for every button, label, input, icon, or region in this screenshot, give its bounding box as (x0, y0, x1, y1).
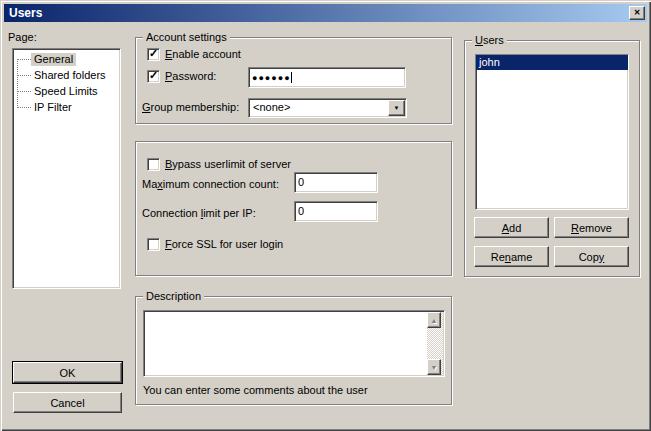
arrow-up-icon: ▲ (431, 317, 438, 324)
users-dialog: Users ✕ Page: General Shared folders Spe… (0, 0, 651, 431)
checkbox-box: ✓ (147, 70, 160, 83)
scroll-up-button[interactable]: ▲ (427, 312, 441, 328)
users-group: Users john Add Remove Rename Copy (464, 40, 640, 277)
password-checkbox[interactable]: ✓ Password: (147, 69, 216, 83)
per-ip-limit-label: Connection limit per IP: (142, 207, 256, 220)
user-list-item[interactable]: john (476, 55, 628, 70)
combo-dropdown-button[interactable]: ▼ (388, 100, 405, 116)
connection-limits-group: Bypass userlimit of server Maximum conne… (135, 141, 452, 276)
bypass-userlimit-checkbox[interactable]: Bypass userlimit of server (147, 157, 291, 171)
copy-user-button[interactable]: Copy (554, 246, 629, 267)
description-title: Description (143, 290, 204, 302)
check-icon: ✓ (149, 49, 158, 58)
max-connection-value: 0 (298, 176, 304, 188)
description-scrollbar[interactable]: ▲ ▼ (427, 312, 443, 375)
enable-account-checkbox[interactable]: ✓ Enable account (147, 47, 241, 61)
title-bar[interactable]: Users ✕ (4, 4, 647, 22)
tree-connector (17, 107, 31, 108)
scroll-down-button[interactable]: ▼ (427, 359, 441, 375)
chevron-down-icon: ▼ (394, 105, 400, 111)
group-membership-select[interactable]: <none> ▼ (248, 98, 407, 118)
group-membership-label: Group membership: (142, 101, 239, 114)
password-value: ●●●●●● (252, 73, 291, 83)
close-button[interactable]: ✕ (629, 6, 645, 20)
tree-item-label: Speed Limits (31, 85, 101, 98)
checkbox-box (147, 158, 160, 171)
close-icon: ✕ (634, 8, 641, 17)
password-input[interactable]: ●●●●●● (248, 67, 406, 88)
max-connection-input[interactable]: 0 (294, 172, 378, 193)
add-user-button[interactable]: Add (474, 217, 549, 238)
checkbox-box (147, 238, 160, 251)
account-settings-group: Account settings ✓ Enable account ✓ Pass… (135, 37, 452, 124)
tree-item-label: General (31, 53, 76, 66)
ok-button[interactable]: OK (13, 362, 122, 383)
tree-connector (17, 91, 31, 92)
cancel-button[interactable]: Cancel (13, 392, 122, 413)
text-caret (291, 72, 292, 83)
bypass-userlimit-label: Bypass userlimit of server (165, 158, 291, 170)
tree-connector (17, 75, 31, 76)
tree-item-label: IP Filter (31, 101, 75, 114)
rename-user-button[interactable]: Rename (474, 246, 549, 267)
page-tree[interactable]: General Shared folders Speed Limits IP F… (12, 48, 121, 289)
window-title: Users (4, 6, 42, 20)
tree-item-shared-folders[interactable]: Shared folders (13, 67, 120, 83)
description-textarea[interactable]: ▲ ▼ (143, 310, 445, 377)
per-ip-limit-value: 0 (298, 205, 304, 217)
enable-account-label: Enable account (165, 48, 241, 60)
group-membership-value: <none> (253, 101, 290, 114)
description-hint: You can enter some comments about the us… (143, 384, 368, 397)
users-list[interactable]: john (475, 54, 629, 210)
arrow-down-icon: ▼ (431, 364, 438, 371)
description-group: Description ▲ ▼ You can enter some comme… (135, 296, 452, 405)
tree-item-speed-limits[interactable]: Speed Limits (13, 83, 120, 99)
check-icon: ✓ (149, 71, 158, 80)
per-ip-limit-input[interactable]: 0 (294, 201, 378, 222)
tree-item-general[interactable]: General (13, 51, 120, 67)
page-label: Page: (8, 31, 37, 44)
account-settings-title: Account settings (143, 31, 230, 43)
tree-item-label: Shared folders (31, 69, 109, 82)
tree-item-ip-filter[interactable]: IP Filter (13, 99, 120, 115)
users-group-title: Users (472, 34, 507, 46)
password-label: Password: (165, 70, 216, 82)
tree-connector (17, 59, 31, 60)
max-connection-label: Maximum connection count: (142, 178, 279, 191)
force-ssl-label: Force SSL for user login (165, 238, 283, 250)
remove-user-button[interactable]: Remove (554, 217, 629, 238)
force-ssl-checkbox[interactable]: Force SSL for user login (147, 237, 283, 251)
checkbox-box: ✓ (147, 48, 160, 61)
